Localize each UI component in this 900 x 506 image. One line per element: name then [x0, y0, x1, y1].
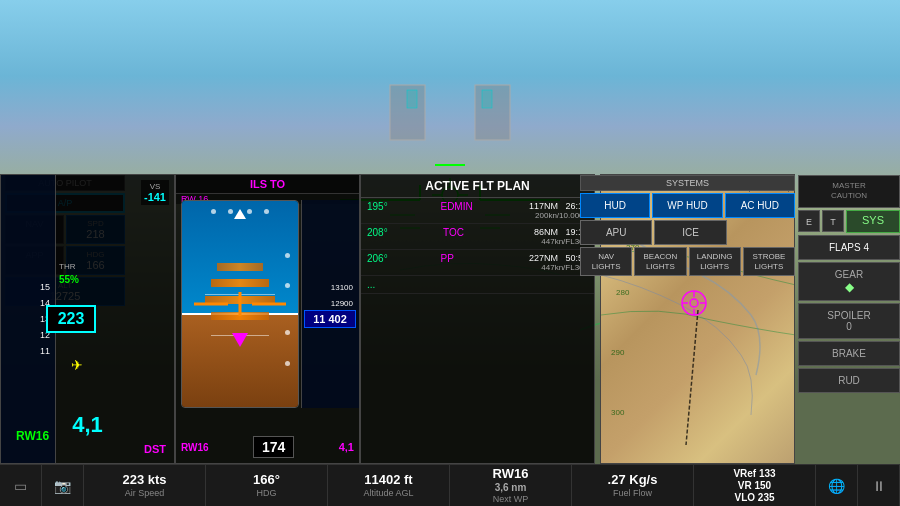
bank-indicator — [234, 209, 246, 219]
status-altitude: 11402 ft Altitude AGL — [328, 465, 450, 506]
flt-wp-2: TOC — [443, 227, 498, 238]
hud-button[interactable]: HUD — [580, 193, 650, 218]
vr-value: VR 150 — [738, 480, 771, 492]
monitor-icon: ▭ — [14, 478, 27, 494]
status-hdg: 166° HDG — [206, 465, 328, 506]
horizon-display — [181, 200, 299, 408]
flt-ellipsis: ... — [367, 279, 407, 290]
status-icon-left2[interactable]: 📷 — [42, 465, 84, 506]
alt-tick-13100: 13100 — [331, 280, 356, 296]
ils-dot-4 — [285, 361, 290, 366]
status-globe[interactable]: 🌐 — [816, 465, 858, 506]
airspeed-label: Air Speed — [125, 488, 165, 499]
globe-icon: 🌐 — [828, 478, 845, 494]
attitude-panel: ILS TO RW 16 1 — [175, 174, 360, 464]
flt-wp-3: PP — [440, 253, 495, 264]
att-rwy-bottom: RW16 — [181, 442, 209, 453]
status-icon-left1[interactable]: ▭ — [0, 465, 42, 506]
ils-bar-mid — [211, 279, 269, 287]
gs-dot-3 — [264, 209, 269, 214]
airspeed-value: 223 kts — [122, 472, 166, 488]
spoiler-button[interactable]: SPOILER 0 — [798, 303, 900, 339]
svg-text:280: 280 — [616, 288, 630, 297]
hdg-value: 166° — [253, 472, 280, 488]
brake-button[interactable]: BRAKE — [798, 341, 900, 366]
gs-dot-1 — [211, 209, 216, 214]
nav-lights-button[interactable]: NAV LIGHTS — [580, 247, 632, 276]
wing-right — [252, 303, 287, 306]
att-dst-value: 4,1 — [339, 441, 354, 453]
ils-dot-3 — [285, 330, 290, 335]
aircraft-marker — [679, 288, 709, 322]
status-pause[interactable]: ⏸ — [858, 465, 900, 506]
status-airspeed: 223 kts Air Speed — [84, 465, 206, 506]
t-button[interactable]: T — [822, 210, 844, 232]
speed-tick-11: 11 — [40, 343, 50, 359]
alt-value: 11402 ft — [364, 472, 412, 488]
flt-bearing-2: 208° — [367, 227, 407, 246]
ac-hud-button[interactable]: AC HUD — [725, 193, 795, 218]
flt-row-1: 195° EDMIN 117NM 26:13 200kn/10.000ft — [361, 198, 594, 224]
svg-text:290: 290 — [611, 348, 625, 357]
speed-tick-15: 15 — [40, 279, 50, 295]
flt-plan-title: ACTIVE FLT PLAN — [361, 175, 594, 198]
dst-label: DST — [144, 443, 166, 455]
vref-value: VRef 133 — [733, 468, 775, 480]
wing-left — [194, 303, 229, 306]
airplane-symbol: ✈ — [71, 357, 83, 373]
status-bar: ▭ 📷 223 kts Air Speed 166° HDG 11402 ft … — [0, 464, 900, 506]
strobe-lights-button[interactable]: STROBE LIGHTS — [743, 247, 795, 276]
flt-bearing-1: 195° — [367, 201, 407, 220]
flt-row-3: 206° PP 227NM 50:50 447kn/FL360 — [361, 250, 594, 276]
rud-button[interactable]: RUD — [798, 368, 900, 393]
flt-wp-1: EDMIN — [440, 201, 495, 212]
wp-hud-button[interactable]: WP HUD — [652, 193, 722, 218]
fuel-label: Fuel Flow — [613, 488, 652, 499]
alt-label: Altitude AGL — [363, 488, 413, 499]
e-button[interactable]: E — [798, 210, 820, 232]
nextwp-value: RW16 — [493, 466, 529, 482]
systems-panel: SYSTEMS HUD WP HUD AC HUD APU ICE NAV LI… — [580, 175, 795, 278]
camera-icon: 📷 — [54, 478, 71, 494]
attitude-bottom: RW16 174 4,1 — [181, 436, 354, 458]
status-vref: VRef 133 VR 150 VLO 235 — [694, 465, 816, 506]
fuel-value: .27 Kg/s — [608, 472, 658, 488]
beacon-lights-button[interactable]: BEACON LIGHTS — [634, 247, 686, 276]
sel-alt-box: 11 402 — [304, 310, 356, 328]
flt-bearing-3: 206° — [367, 253, 407, 272]
glidepath-indicator — [232, 333, 248, 347]
fuselage — [239, 292, 242, 317]
ils-bar-top — [217, 263, 263, 271]
ground-half — [182, 314, 298, 407]
hdg-display: 174 — [253, 436, 294, 458]
airspeed-box: 223 — [46, 305, 96, 333]
nextwp-detail: 3,6 nm — [495, 482, 527, 494]
ils-dot-1 — [285, 253, 290, 258]
vs-indicator: VS -141 — [141, 180, 169, 205]
apu-button[interactable]: APU — [580, 220, 652, 245]
et-row: E T SYS — [798, 210, 900, 233]
status-nextwp: RW16 3,6 nm Next WP — [450, 465, 572, 506]
ils-label: ILS TO — [176, 175, 359, 194]
large-speed-value: 4,1 — [1, 412, 174, 438]
airspeed-panel: 15 14 13 12 11 THR 55% 223 VS -141 RW16 … — [0, 174, 175, 464]
sys-button[interactable]: SYS — [846, 210, 900, 233]
vlo-value: VLO 235 — [734, 492, 774, 504]
pause-icon: ⏸ — [872, 478, 886, 494]
systems-title: SYSTEMS — [580, 175, 795, 191]
status-fuel: .27 Kg/s Fuel Flow — [572, 465, 694, 506]
flt-row-4: ... — [361, 276, 594, 294]
ice-button[interactable]: ICE — [654, 220, 726, 245]
nextwp-label: Next WP — [493, 494, 529, 505]
flt-plan-panel: ACTIVE FLT PLAN 195° EDMIN 117NM 26:13 2… — [360, 174, 595, 464]
flt-row-2: 208° TOC 86NM 19:12 447kn/FL360 — [361, 224, 594, 250]
alt-tape: 13100 12900 12500 — [301, 200, 359, 408]
gs-dot-4 — [247, 209, 252, 214]
flaps-button[interactable]: FLAPS 4 — [798, 235, 900, 260]
gear-button[interactable]: GEAR ◆ — [798, 262, 900, 301]
landing-lights-button[interactable]: LANDING LIGHTS — [689, 247, 741, 276]
master-caution-btn[interactable]: MASTER CAUTION — [798, 175, 900, 208]
hdg-label: HDG — [257, 488, 277, 499]
svg-text:300: 300 — [611, 408, 625, 417]
thr-indicator: THR 55% — [59, 261, 79, 286]
